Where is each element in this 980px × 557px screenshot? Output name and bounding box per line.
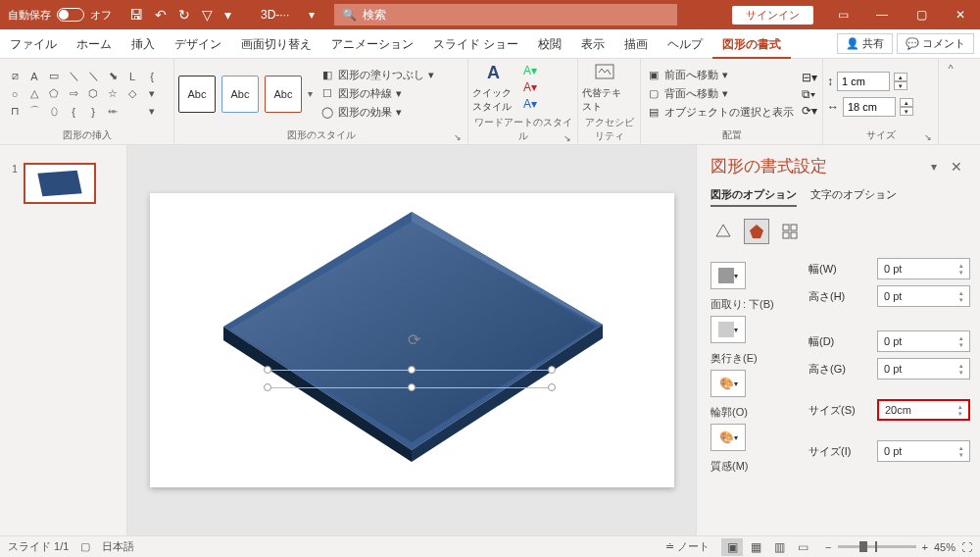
tab-draw[interactable]: 描画: [614, 29, 658, 59]
dialog-launcher-icon[interactable]: ↘: [924, 132, 932, 142]
dialog-launcher-icon[interactable]: ↘: [454, 132, 462, 142]
tab-slideshow[interactable]: スライド ショー: [423, 29, 528, 59]
slide-editor[interactable]: ⟳: [127, 145, 696, 535]
slide-indicator[interactable]: スライド 1/1: [8, 539, 69, 554]
start-slideshow-icon[interactable]: ▽: [202, 7, 213, 23]
fit-window-icon[interactable]: ⛶: [961, 541, 972, 553]
height-input[interactable]: ↕▴▾: [827, 72, 913, 91]
shape-fill-button[interactable]: ◧図形の塗りつぶし▾: [318, 67, 436, 83]
selection-handles[interactable]: ⟳: [268, 370, 552, 393]
tab-file[interactable]: ファイル: [0, 29, 67, 59]
reading-view-icon[interactable]: ▥: [768, 538, 790, 556]
share-button[interactable]: 👤共有: [837, 33, 893, 54]
qat-more-icon[interactable]: ▾: [224, 7, 231, 23]
doc-title-dropdown-icon[interactable]: ▾: [309, 8, 334, 22]
sorter-view-icon[interactable]: ▦: [745, 538, 766, 556]
bevel-bottom-picker[interactable]: ▾: [710, 316, 746, 343]
group-icon[interactable]: ⧉▾: [802, 87, 817, 101]
height-h-input[interactable]: 0 pt▴▾: [877, 285, 970, 307]
slideshow-view-icon[interactable]: ▭: [792, 538, 813, 556]
depth-label: 奥行き(E): [710, 351, 799, 366]
undo-icon[interactable]: ↶: [155, 7, 167, 23]
normal-view-icon[interactable]: ▣: [721, 538, 743, 556]
spin-down-icon[interactable]: ▾: [900, 107, 913, 116]
ribbon: ⧄A▭＼＼⬊L{ ○△⬠⇨⬡☆◇▾ ⊓⌒⬯{}⬰▾ 図形の挿入 Abc Abc …: [0, 59, 980, 145]
contour-size-input[interactable]: 0 pt▴▾: [877, 440, 970, 462]
close-icon[interactable]: ✕: [941, 0, 980, 29]
alt-text-button[interactable]: 代替テキスト: [582, 61, 627, 114]
text-options-tab[interactable]: 文字のオプション: [810, 187, 897, 207]
tab-animations[interactable]: アニメーション: [321, 29, 423, 59]
style-gallery-more[interactable]: ▾: [308, 88, 313, 99]
width-field[interactable]: [843, 97, 896, 117]
align-icon[interactable]: ⊟▾: [802, 71, 817, 84]
notes-button[interactable]: ≐ ノート: [665, 539, 710, 554]
tab-insert[interactable]: 挿入: [122, 29, 165, 59]
dialog-launcher-icon[interactable]: ↘: [564, 133, 571, 143]
redo-icon[interactable]: ↻: [178, 7, 190, 23]
width-d-input[interactable]: 0 pt▴▾: [877, 330, 970, 352]
quick-styles-button[interactable]: A クイック スタイル: [472, 61, 517, 114]
rotate-handle-icon[interactable]: ⟳: [408, 330, 420, 349]
tab-view[interactable]: 表示: [571, 29, 614, 59]
accessibility-icon[interactable]: ▢: [80, 540, 90, 553]
width-input[interactable]: ↔▴▾: [827, 97, 913, 117]
pane-options-icon[interactable]: ▾: [931, 160, 937, 174]
selection-pane-button[interactable]: ▤オブジェクトの選択と表示: [645, 104, 796, 121]
text-outline-icon[interactable]: A▾: [523, 80, 537, 94]
tab-help[interactable]: ヘルプ: [658, 29, 712, 59]
slide-canvas[interactable]: ⟳: [150, 193, 674, 487]
shapes-gallery[interactable]: ⧄A▭＼＼⬊L{ ○△⬠⇨⬡☆◇▾ ⊓⌒⬯{}⬰▾: [4, 67, 161, 122]
thumbnail-1[interactable]: 1: [12, 163, 115, 204]
group-arrange: ▣前面へ移動▾ ▢背面へ移動▾ ▤オブジェクトの選択と表示 ⊟▾ ⧉▾ ⟳▾ 配…: [641, 59, 823, 144]
bring-forward-button[interactable]: ▣前面へ移動▾: [645, 67, 796, 83]
pane-close-icon[interactable]: ✕: [947, 159, 966, 175]
size-props-icon[interactable]: [777, 219, 803, 244]
tab-review[interactable]: 校閲: [528, 29, 571, 59]
rotate-icon[interactable]: ⟳▾: [802, 104, 817, 118]
depth-color-picker[interactable]: 🎨▾: [710, 370, 746, 397]
height-g-input[interactable]: 0 pt▴▾: [877, 358, 970, 380]
height-field[interactable]: [837, 72, 890, 91]
ribbon-display-icon[interactable]: ▭: [823, 0, 862, 29]
svg-marker-8: [750, 225, 763, 238]
spin-up-icon[interactable]: ▴: [894, 73, 907, 81]
shape-outline-button[interactable]: ☐図形の枠線▾: [318, 85, 436, 102]
zoom-slider[interactable]: [838, 545, 916, 548]
style-preset-2[interactable]: Abc: [221, 76, 259, 113]
spin-down-icon[interactable]: ▾: [894, 81, 907, 90]
selection-icon: ▤: [647, 106, 661, 120]
tab-transitions[interactable]: 画面切り替え: [231, 29, 321, 59]
maximize-icon[interactable]: ▢: [902, 0, 941, 29]
text-effects-icon[interactable]: A▾: [523, 97, 537, 111]
tab-home[interactable]: ホーム: [67, 29, 122, 59]
contour-color-picker[interactable]: 🎨▾: [710, 424, 746, 451]
group-insert-shapes: ⧄A▭＼＼⬊L{ ○△⬠⇨⬡☆◇▾ ⊓⌒⬯{}⬰▾ 図形の挿入: [0, 59, 174, 144]
width-w-input[interactable]: 0 pt▴▾: [877, 258, 970, 279]
effects-category-icon[interactable]: [744, 219, 769, 244]
search-box[interactable]: 🔍 検索: [334, 4, 677, 25]
send-backward-button[interactable]: ▢背面へ移動▾: [645, 85, 796, 102]
language-indicator[interactable]: 日本語: [102, 539, 134, 554]
collapse-ribbon-icon[interactable]: ^: [948, 63, 953, 75]
minimize-icon[interactable]: —: [862, 0, 902, 29]
zoom-out-icon[interactable]: −: [825, 541, 831, 553]
zoom-level[interactable]: 45%: [934, 541, 956, 553]
autosave-toggle[interactable]: [57, 8, 84, 22]
fill-line-icon[interactable]: [710, 219, 736, 244]
autosave[interactable]: 自動保存 オフ: [0, 8, 120, 23]
shape-effects-button[interactable]: ◯図形の効果▾: [318, 104, 436, 121]
bevel-top-picker[interactable]: ▾: [710, 262, 746, 289]
save-icon[interactable]: 🖫: [129, 7, 143, 23]
tab-design[interactable]: デザイン: [165, 29, 231, 59]
zoom-in-icon[interactable]: +: [922, 541, 928, 553]
depth-size-input[interactable]: 20cm▴▾: [877, 399, 970, 421]
spin-up-icon[interactable]: ▴: [900, 98, 913, 107]
style-preset-1[interactable]: Abc: [178, 76, 216, 113]
shape-options-tab[interactable]: 図形のオプション: [710, 187, 797, 207]
tab-shape-format[interactable]: 図形の書式: [712, 29, 791, 59]
signin-button[interactable]: サインイン: [732, 6, 813, 25]
comment-button[interactable]: 💬コメント: [897, 33, 974, 54]
style-preset-3[interactable]: Abc: [265, 76, 302, 113]
text-fill-icon[interactable]: A▾: [523, 64, 537, 77]
